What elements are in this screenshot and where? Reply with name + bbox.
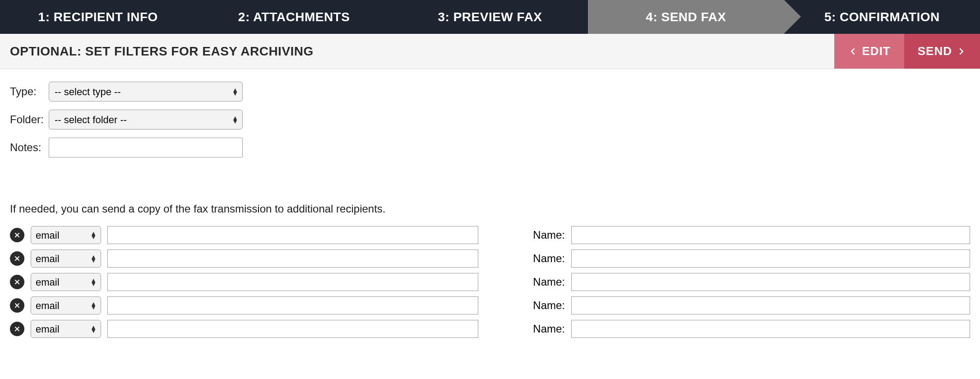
subheader-bar: OPTIONAL: SET FILTERS FOR EASY ARCHIVING… (0, 34, 980, 69)
close-icon (14, 278, 21, 286)
cc-type-select[interactable]: email (31, 320, 101, 338)
remove-row-icon[interactable] (10, 298, 24, 313)
subheader-title: OPTIONAL: SET FILTERS FOR EASY ARCHIVING (0, 44, 314, 59)
remove-row-icon[interactable] (10, 322, 24, 336)
step-preview-fax[interactable]: 3: PREVIEW FAX (392, 0, 588, 34)
step-confirmation[interactable]: 5: CONFIRMATION (784, 0, 980, 34)
cc-type-select[interactable]: email (31, 226, 101, 244)
cc-row: email▲▼Name: (10, 320, 970, 338)
cc-name-input[interactable] (571, 273, 970, 291)
cc-name-input[interactable] (571, 226, 970, 244)
filter-row-type: Type: -- select type -- ▲▼ (10, 82, 970, 102)
cc-name-label: Name: (528, 276, 565, 288)
cc-value-input[interactable] (107, 296, 478, 314)
cc-name-input[interactable] (571, 250, 970, 268)
edit-button-label: EDIT (862, 44, 891, 58)
cc-name-label: Name: (528, 252, 565, 265)
step-label: 4: SEND FAX (646, 10, 726, 24)
additional-recipients-note: If needed, you can send a copy of the fa… (10, 203, 970, 215)
step-attachments[interactable]: 2: ATTACHMENTS (196, 0, 392, 34)
send-button[interactable]: SEND (904, 34, 980, 69)
cc-name-input[interactable] (571, 320, 970, 338)
close-icon (14, 231, 21, 239)
cc-row: email▲▼Name: (10, 273, 970, 291)
cc-value-input[interactable] (107, 250, 478, 268)
remove-row-icon[interactable] (10, 275, 24, 289)
cc-type-select[interactable]: email (31, 296, 101, 314)
cc-type-select[interactable]: email (31, 273, 101, 291)
close-icon (14, 302, 21, 309)
cc-value-input[interactable] (107, 273, 478, 291)
cc-type-select[interactable]: email (31, 250, 101, 268)
cc-name-label: Name: (528, 323, 565, 335)
step-send-fax[interactable]: 4: SEND FAX (588, 0, 784, 34)
cc-rows: email▲▼Name:email▲▼Name:email▲▼Name:emai… (10, 226, 970, 338)
send-button-label: SEND (918, 44, 952, 58)
step-label: 2: ATTACHMENTS (238, 10, 350, 24)
step-recipient-info[interactable]: 1: RECIPIENT INFO (0, 0, 196, 34)
type-label: Type: (10, 85, 49, 98)
cc-value-input[interactable] (107, 226, 478, 244)
folder-select[interactable]: -- select folder -- (49, 110, 243, 129)
arrow-left-icon (848, 46, 858, 56)
wizard-steps: 1: RECIPIENT INFO 2: ATTACHMENTS 3: PREV… (0, 0, 980, 34)
cc-name-label: Name: (528, 299, 565, 312)
cc-name-label: Name: (528, 229, 565, 241)
filter-row-folder: Folder: -- select folder -- ▲▼ (10, 110, 970, 129)
close-icon (14, 255, 21, 262)
remove-row-icon[interactable] (10, 228, 24, 242)
step-label: 1: RECIPIENT INFO (38, 10, 158, 24)
remove-row-icon[interactable] (10, 251, 24, 266)
cc-value-input[interactable] (107, 320, 478, 338)
step-label: 5: CONFIRMATION (824, 10, 940, 24)
close-icon (14, 325, 21, 333)
notes-input[interactable] (49, 138, 243, 157)
subheader-actions: EDIT SEND (834, 34, 980, 69)
filter-row-notes: Notes: (10, 138, 970, 157)
type-select[interactable]: -- select type -- (49, 82, 243, 102)
edit-button[interactable]: EDIT (834, 34, 904, 69)
step-label: 3: PREVIEW FAX (438, 10, 542, 24)
notes-label: Notes: (10, 141, 49, 154)
arrow-right-icon (957, 46, 966, 56)
cc-row: email▲▼Name: (10, 250, 970, 268)
folder-label: Folder: (10, 113, 49, 126)
main-content: Type: -- select type -- ▲▼ Folder: -- se… (0, 69, 980, 361)
cc-row: email▲▼Name: (10, 226, 970, 244)
cc-name-input[interactable] (571, 296, 970, 314)
cc-row: email▲▼Name: (10, 296, 970, 314)
